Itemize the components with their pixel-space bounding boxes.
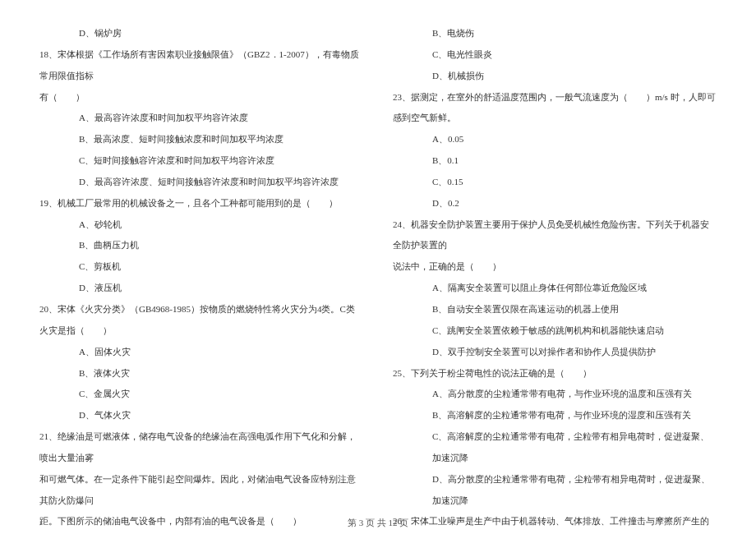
option: D、液压机 [39, 278, 363, 299]
question-text: 18、宋体根据《工作场所有害因素职业接触限值》（GBZ2．1-2007），有毒物… [39, 44, 363, 87]
option: B、高溶解度的尘粒通常带有电荷，与作业环境的湿度和压强有关 [393, 405, 717, 426]
option: B、自动安全装置仅限在高速运动的机器上使用 [393, 299, 717, 320]
option: D、机械损伤 [393, 66, 717, 87]
option: B、0.1 [393, 150, 717, 172]
option: B、曲柄压力机 [39, 235, 363, 256]
right-column: B、电烧伤 C、电光性眼炎 D、机械损伤 23、据测定，在室外的舒适温度范围内，… [393, 23, 717, 493]
question-text: 23、据测定，在室外的舒适温度范围内，一般气流速度为（ ）m/s 时，人即可感到… [393, 87, 717, 130]
option: B、液体火灾 [39, 363, 363, 384]
question-text: 19、机械工厂最常用的机械设备之一，且各个工种都可能用到的是（ ） [39, 193, 363, 214]
option: A、高分散度的尘粒通常带有电荷，与作业环境的温度和压强有关 [393, 384, 717, 405]
option: A、砂轮机 [39, 214, 363, 236]
option: A、固体火灾 [39, 342, 363, 363]
question-text: 20、宋体《火灾分类》（GB4968-1985）按物质的燃烧特性将火灾分为4类。… [39, 299, 363, 342]
question-text: 和可燃气体。在一定条件下能引起空间爆炸。因此，对储油电气设备应特别注意其防火防爆… [39, 469, 363, 512]
option: C、金属火灾 [39, 384, 363, 405]
option: C、高溶解度的尘粒通常带有电荷，尘粒带有相异电荷时，促进凝聚、加速沉降 [393, 426, 717, 469]
question-text: 25、下列关于粉尘荷电性的说法正确的是（ ） [393, 363, 717, 384]
question-text: 21、绝缘油是可燃液体，储存电气设备的绝缘油在高强电弧作用下气化和分解，喷出大量… [39, 426, 363, 469]
question-text: 说法中，正确的是（ ） [393, 256, 717, 278]
option: C、0.15 [393, 172, 717, 193]
option: C、短时间接触容许浓度和时间加权平均容许浓度 [39, 150, 363, 172]
option: B、最高浓度、短时间接触浓度和时间加权平均浓度 [39, 129, 363, 150]
question-text: 有（ ） [39, 87, 363, 108]
option: C、电光性眼炎 [393, 44, 717, 66]
option: D、气体火灾 [39, 405, 363, 426]
left-column: D、锅炉房 18、宋体根据《工作场所有害因素职业接触限值》（GBZ2．1-200… [39, 23, 363, 493]
option: D、锅炉房 [39, 23, 363, 44]
option: C、跳闸安全装置依赖于敏感的跳闸机构和机器能快速启动 [393, 320, 717, 342]
option: A、隔离安全装置可以阻止身体任何部位靠近危险区域 [393, 278, 717, 299]
option: D、0.2 [393, 193, 717, 214]
page-content: D、锅炉房 18、宋体根据《工作场所有害因素职业接触限值》（GBZ2．1-200… [0, 0, 756, 509]
option: C、剪板机 [39, 256, 363, 278]
option: D、高分散度的尘粒通常带有电荷，尘粒带有相异电荷时，促进凝聚、加速沉降 [393, 469, 717, 512]
option: A、最高容许浓度和时间加权平均容许浓度 [39, 108, 363, 129]
option: D、最高容许浓度、短时间接触容许浓度和时间加权平均容许浓度 [39, 172, 363, 193]
page-footer: 第 3 页 共 12 页 [0, 517, 756, 529]
option: D、双手控制安全装置可以对操作者和协作人员提供防护 [393, 342, 717, 363]
option: B、电烧伤 [393, 23, 717, 44]
option: A、0.05 [393, 129, 717, 150]
question-text: 24、机器安全防护装置主要用于保护人员免受机械性危险伤害。下列关于机器安全防护装… [393, 214, 717, 257]
